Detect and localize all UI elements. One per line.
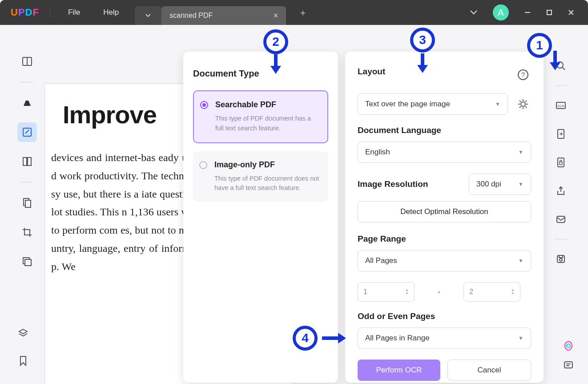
duplicate-icon[interactable] bbox=[17, 252, 37, 271]
maximize-icon[interactable] bbox=[546, 9, 552, 16]
bookmark-icon[interactable] bbox=[13, 351, 33, 371]
reader-icon[interactable] bbox=[17, 52, 37, 71]
menu-file[interactable]: File bbox=[56, 8, 92, 17]
page-to-input[interactable]: 2 ▲▼ bbox=[463, 282, 520, 302]
comment-icon[interactable] bbox=[563, 360, 574, 371]
panel-title: Document Type bbox=[193, 69, 328, 79]
menu-help[interactable]: Help bbox=[92, 8, 130, 17]
arrow-icon bbox=[338, 333, 346, 344]
detect-resolution-button[interactable]: Detect Optimal Resolution bbox=[358, 201, 531, 222]
svg-point-20 bbox=[560, 259, 562, 261]
option-title: Searchable PDF bbox=[215, 100, 319, 109]
arrow-icon bbox=[270, 66, 281, 74]
svg-rect-18 bbox=[557, 216, 565, 222]
svg-rect-10 bbox=[25, 259, 31, 266]
svg-rect-21 bbox=[559, 255, 563, 258]
layout-select[interactable]: Text over the page image ▼ bbox=[358, 93, 508, 115]
callout-2: 2 bbox=[263, 29, 288, 54]
chevron-down-icon: ▼ bbox=[518, 149, 524, 155]
email-icon[interactable] bbox=[551, 210, 571, 229]
tab-active[interactable]: scanned PDF × bbox=[161, 6, 286, 25]
new-tab-button[interactable]: ＋ bbox=[294, 7, 312, 19]
perform-ocr-button[interactable]: Perform OCR bbox=[358, 360, 440, 381]
chevron-down-icon: ▼ bbox=[495, 101, 500, 107]
chevron-down-icon: ▼ bbox=[518, 335, 524, 341]
language-label: Document Language bbox=[358, 125, 531, 135]
share-icon[interactable] bbox=[551, 181, 571, 201]
spinner-icon[interactable]: ▲▼ bbox=[511, 288, 515, 295]
callout-4: 4 bbox=[293, 326, 318, 351]
minimize-icon[interactable] bbox=[524, 9, 531, 16]
close-window-icon[interactable] bbox=[568, 9, 575, 16]
protect-icon[interactable] bbox=[551, 153, 571, 172]
select-value: English bbox=[365, 148, 390, 157]
input-value: 1 bbox=[363, 288, 367, 296]
window-controls: A bbox=[470, 4, 588, 20]
resolution-select[interactable]: 300 dpi ▼ bbox=[469, 174, 531, 195]
svg-line-12 bbox=[562, 67, 565, 70]
option-title: Image-only PDF bbox=[214, 160, 320, 170]
chevron-down-icon: ▼ bbox=[518, 181, 524, 187]
spinner-icon[interactable]: ▲▼ bbox=[405, 288, 409, 295]
layout-label: Layout bbox=[358, 67, 508, 77]
ocr-icon[interactable]: OCR bbox=[551, 96, 571, 115]
left-toolbar-bottom bbox=[13, 323, 33, 371]
select-value: Text over the page image bbox=[365, 100, 450, 109]
arrow-icon bbox=[417, 65, 428, 73]
ocr-settings-panel: Layout ? Text over the page image ▼ Docu… bbox=[345, 52, 544, 383]
right-toolbar: OCR bbox=[547, 56, 575, 269]
input-value: 2 bbox=[469, 288, 473, 296]
cancel-button[interactable]: Cancel bbox=[447, 360, 531, 381]
dash: - bbox=[422, 287, 456, 297]
gear-icon[interactable] bbox=[515, 96, 531, 112]
layers-icon[interactable] bbox=[13, 323, 33, 343]
option-image-only-pdf[interactable]: Image-only PDF This type of PDF document… bbox=[193, 151, 328, 202]
svg-rect-23 bbox=[564, 362, 572, 368]
language-select[interactable]: English ▼ bbox=[358, 141, 531, 163]
pages-icon[interactable] bbox=[17, 152, 37, 171]
divider bbox=[21, 82, 33, 82]
select-value: 300 dpi bbox=[476, 180, 501, 189]
divider bbox=[555, 239, 567, 239]
svg-point-28 bbox=[521, 102, 525, 106]
chevron-down-icon: ▼ bbox=[518, 258, 524, 264]
chevron-down-icon[interactable] bbox=[470, 10, 478, 15]
svg-line-33 bbox=[520, 101, 521, 102]
ai-icon[interactable] bbox=[562, 340, 575, 352]
edit-icon[interactable] bbox=[17, 122, 37, 142]
callout-1: 1 bbox=[527, 33, 552, 58]
avatar[interactable]: A bbox=[493, 4, 509, 20]
workspace: OCR Improve devices and internet-bas ead… bbox=[0, 25, 588, 384]
parity-label: Odd or Even Pages bbox=[358, 311, 531, 321]
convert-icon[interactable] bbox=[551, 124, 571, 144]
svg-line-34 bbox=[525, 106, 527, 108]
help-icon[interactable]: ? bbox=[515, 67, 531, 83]
callout-3: 3 bbox=[410, 28, 435, 53]
svg-rect-1 bbox=[547, 10, 552, 15]
crop-icon[interactable] bbox=[17, 222, 37, 242]
svg-rect-6 bbox=[28, 158, 31, 166]
highlighter-icon[interactable] bbox=[17, 93, 37, 113]
tab-list-toggle[interactable] bbox=[135, 6, 161, 25]
organize-icon[interactable] bbox=[17, 193, 37, 213]
svg-rect-5 bbox=[23, 158, 27, 166]
svg-rect-8 bbox=[25, 200, 31, 207]
app-logo: UPDF bbox=[0, 7, 50, 18]
radio-icon bbox=[200, 101, 208, 109]
close-icon[interactable]: × bbox=[274, 11, 278, 20]
option-searchable-pdf[interactable]: Searchable PDF This type of PDF document… bbox=[193, 90, 328, 143]
select-value: All Pages in Range bbox=[365, 334, 430, 343]
page-range-select[interactable]: All Pages ▼ bbox=[358, 250, 531, 271]
svg-text:OCR: OCR bbox=[557, 105, 564, 108]
page-range-label: Page Range bbox=[358, 234, 531, 244]
page-from-input[interactable]: 1 ▲▼ bbox=[358, 282, 415, 302]
arrow-icon bbox=[550, 62, 560, 70]
parity-select[interactable]: All Pages in Range ▼ bbox=[358, 327, 531, 349]
svg-rect-16 bbox=[558, 158, 564, 167]
divider bbox=[50, 8, 50, 17]
save-icon[interactable] bbox=[551, 249, 571, 269]
svg-rect-17 bbox=[560, 162, 562, 165]
tab-title: scanned PDF bbox=[169, 12, 213, 20]
svg-line-36 bbox=[525, 101, 527, 102]
option-desc: This type of PDF document does not have … bbox=[214, 174, 320, 194]
